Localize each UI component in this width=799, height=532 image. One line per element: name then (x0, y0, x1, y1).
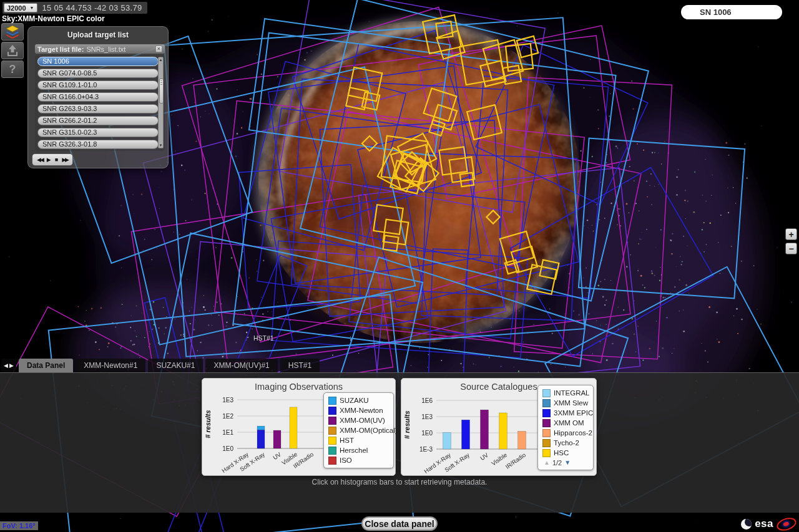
stop-icon[interactable]: ■ (55, 157, 58, 163)
tab-xmm-newton-1[interactable]: XMM-Newton#1 (76, 359, 145, 372)
legend-swatch (542, 429, 551, 437)
legend-label: HSC (554, 449, 569, 457)
esa-logo-text: esa (755, 518, 773, 530)
legend-swatch (328, 427, 336, 435)
y-tick-label: 1E-3 (419, 446, 433, 453)
close-icon[interactable]: × (155, 46, 162, 52)
zoom-in-button[interactable]: + (785, 228, 797, 240)
help-button[interactable]: ? (1, 60, 24, 78)
tab-prev-icon[interactable]: ◀ (4, 362, 8, 369)
target-list-item[interactable]: SNR G166.0+04.3 (37, 92, 159, 102)
legend-item: INTEGRAL (542, 388, 589, 398)
scroll-down-icon[interactable]: ▼ (159, 143, 163, 148)
esasky-logo-icon (775, 515, 798, 532)
legend-label: Hipparcos-2 (554, 429, 592, 437)
tab-next-icon[interactable]: ▶ (9, 362, 14, 369)
play-icon[interactable]: ▶ (47, 157, 51, 163)
legend-item: XMM-Newton (328, 405, 389, 415)
layers-icon (5, 25, 20, 39)
legend-item: Herschel (328, 445, 389, 455)
coordinate-frame-select[interactable]: J2000 ▼ (4, 3, 37, 12)
target-list-item[interactable]: SNR G266.2-01.2 (37, 116, 159, 125)
chevron-down-icon: ▼ (30, 6, 34, 10)
sky-survey-label: Sky:XMM-Newton EPIC color (2, 14, 105, 23)
file-label: Target list file: (37, 46, 84, 53)
footprint-label: HST#1 (253, 334, 274, 342)
target-list: SN 1006SNR G074.0-08.5SNR G109.1-01.0SNR… (35, 56, 165, 151)
target-list-item[interactable]: SNR G263.9-03.3 (37, 104, 159, 114)
x-tick-label: UV (479, 451, 490, 462)
legend-swatch (328, 407, 336, 415)
search-input[interactable] (681, 5, 782, 19)
scrollbar[interactable]: ▲ ▼ (158, 57, 164, 148)
tab-scroll-arrows[interactable]: ◀ ▶ (1, 359, 16, 372)
legend-item: XMM Slew (542, 398, 589, 408)
y-tick-label: 1E0 (222, 445, 233, 452)
histogram-bar-integral[interactable] (443, 432, 451, 449)
esa-branding: esa (741, 518, 797, 530)
histogram-bar-xmm-newton[interactable] (257, 430, 265, 448)
file-name: SNRs_list.txt (86, 46, 125, 53)
legend-label: Tycho-2 (554, 439, 579, 447)
y-tick-label: 1E2 (222, 413, 233, 420)
zoom-out-button[interactable]: − (785, 243, 797, 254)
legend-label: INTEGRAL (554, 389, 590, 397)
histogram-bar-suzaku[interactable] (257, 426, 265, 430)
legend-swatch (542, 409, 551, 417)
legend-pagination: ▲1/2▼ (542, 458, 589, 467)
scrollbar-thumb[interactable] (159, 79, 164, 104)
tab-data-panel[interactable]: Data Panel (19, 359, 73, 372)
fast-forward-icon[interactable]: ▶▶ (62, 157, 68, 163)
legend-swatch (542, 449, 551, 457)
panel-title: Upload target list (28, 31, 168, 39)
target-list-item[interactable]: SNR G074.0-08.5 (37, 69, 159, 78)
histogram-bar-hsc[interactable] (499, 413, 507, 449)
y-tick-label: 1E6 (421, 397, 433, 404)
legend-item: Hipparcos-2 (542, 428, 589, 438)
y-axis-label: # results (204, 410, 212, 438)
upload-icon (6, 44, 19, 57)
x-tick-label: UV (272, 450, 283, 461)
legend-label: ISO (340, 457, 352, 464)
histogram-bar-3xmm-epic[interactable] (462, 420, 470, 449)
legend-swatch (542, 439, 551, 447)
legend-item: 3XMM EPIC (542, 408, 589, 418)
legend-label: XMM-OM(Optical) (340, 427, 398, 434)
legend-label: SUZAKU (340, 397, 369, 404)
data-panel-hint: Click on histograms bars to start retrie… (0, 478, 799, 486)
legend-swatch (328, 397, 336, 405)
y-axis-label: # results (403, 410, 411, 438)
target-list-item[interactable]: SNR G315.0-02.3 (37, 128, 159, 137)
data-panel-tabs: Data PanelXMM-Newton#1SUZAKU#1XMM-OM(UV)… (19, 359, 320, 372)
target-list-item[interactable]: SNR G109.1-01.0 (37, 80, 159, 90)
histogram-bar-hipparcos-2[interactable] (518, 431, 526, 449)
tab-suzaku-1[interactable]: SUZAKU#1 (148, 359, 203, 372)
legend-swatch (328, 417, 336, 425)
fov-indicator: FoV: 1.16° (0, 521, 38, 530)
page-down-icon[interactable]: ▼ (564, 459, 571, 466)
close-data-panel-button[interactable]: Close data panel (361, 516, 438, 531)
target-list-file-bar[interactable]: Target list file: SNRs_list.txt × (35, 44, 165, 54)
legend-swatch (542, 389, 551, 397)
skies-menu-button[interactable] (1, 23, 24, 41)
imaging-observations-panel: Imaging Observations 1E31E21E11E0# resul… (202, 378, 396, 476)
scroll-up-icon[interactable]: ▲ (159, 57, 163, 62)
histogram-bar-xmm-om-uv-[interactable] (273, 430, 281, 448)
rewind-icon[interactable]: ◀◀ (37, 157, 43, 163)
y-tick-label: 1E0 (421, 430, 433, 437)
histogram-bar-hst[interactable] (290, 407, 297, 448)
upload-button[interactable] (1, 42, 24, 59)
legend-item: Tycho-2 (542, 438, 589, 448)
target-list-item[interactable]: SN 1006 (37, 57, 159, 66)
legend-swatch (542, 419, 551, 427)
target-list-item[interactable]: SNR G326.3-01.8 (37, 140, 159, 149)
page-up-icon[interactable]: ▲ (544, 459, 550, 466)
legend-label: 3XMM EPIC (554, 409, 593, 417)
tab-hst-1[interactable]: HST#1 (280, 359, 320, 372)
legend-swatch (328, 457, 336, 465)
tab-xmm-om-uv-1[interactable]: XMM-OM(UV)#1 (205, 359, 277, 372)
legend-label: XMM-Newton (340, 407, 383, 414)
legend-label: XMM-OM(UV) (340, 417, 385, 424)
histogram-bar-xmm-om[interactable] (481, 410, 489, 449)
legend-swatch (542, 399, 551, 407)
